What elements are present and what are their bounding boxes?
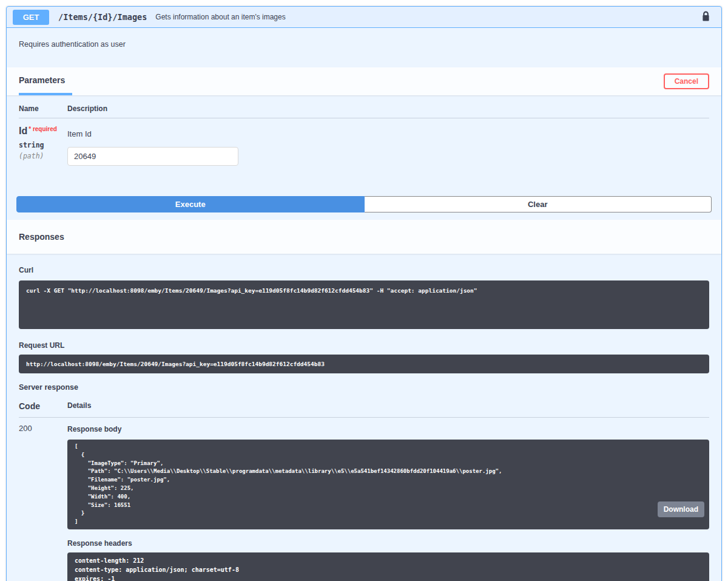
required-flag: * required [29, 126, 57, 132]
parameters-table: Name Description Id* required string (pa… [7, 95, 721, 196]
response-headers-text: content-length: 212 content-type: applic… [75, 556, 702, 581]
response-body-label: Response body [67, 425, 709, 433]
description-column-header: Description [67, 104, 709, 113]
http-method-badge[interactable]: GET [13, 10, 49, 25]
endpoint-description: Gets information about an item's images [155, 13, 285, 21]
operation-block-get-item-images: GET /Items/{Id}/Images Gets information … [6, 6, 722, 581]
responses-content: Curl curl -X GET "http://localhost:8098/… [7, 254, 721, 581]
parameter-location: (path) [19, 152, 67, 160]
response-headers-block: content-length: 212 content-type: applic… [67, 552, 709, 581]
details-column-header: Details [67, 401, 709, 411]
request-url-block: http://localhost:8098/emby/Items/20649/I… [19, 355, 709, 373]
responses-section-header: Responses [7, 220, 721, 254]
auth-note: Requires authentication as user [7, 28, 721, 67]
curl-command-text: curl -X GET "http://localhost:8098/emby/… [26, 287, 702, 294]
clear-button[interactable]: Clear [365, 196, 712, 212]
download-button[interactable]: Download [658, 501, 704, 517]
parameter-row-id: Id* required string (path) Item Id [19, 118, 709, 166]
response-headers-label: Response headers [67, 539, 709, 548]
execute-button-row: Execute Clear [7, 196, 721, 220]
endpoint-path: /Items/{Id}/Images [58, 12, 147, 22]
name-column-header: Name [19, 104, 67, 113]
parameter-name: Id* required [19, 126, 67, 137]
lock-icon [701, 10, 710, 24]
server-response-label: Server response [19, 383, 709, 392]
parameter-type: string [19, 141, 67, 149]
request-url-label: Request URL [19, 341, 709, 350]
parameter-description: Item Id [67, 129, 709, 138]
parameters-table-header: Name Description [19, 104, 709, 118]
curl-label: Curl [19, 266, 709, 274]
execute-button[interactable]: Execute [16, 196, 365, 212]
operation-summary[interactable]: GET /Items/{Id}/Images Gets information … [7, 7, 721, 28]
cancel-button[interactable]: Cancel [664, 73, 709, 89]
server-response-table-header: Code Details [19, 401, 709, 418]
auth-lock-button[interactable] [701, 10, 710, 24]
server-response-row: 200 Response body [ { "ImageType": "Prim… [19, 418, 709, 581]
request-url-text: http://localhost:8098/emby/Items/20649/I… [26, 360, 702, 368]
responses-title: Responses [19, 232, 64, 242]
curl-command-block[interactable]: curl -X GET "http://localhost:8098/emby/… [19, 280, 709, 329]
parameter-id-input[interactable] [67, 147, 238, 166]
status-code: 200 [19, 424, 67, 581]
tab-parameters[interactable]: Parameters [19, 67, 72, 95]
parameters-section-header: Parameters Cancel [7, 67, 721, 95]
response-body-json: [ { "ImageType": "Primary", "Path": "C:\… [75, 443, 702, 526]
code-column-header: Code [19, 401, 67, 411]
response-body-block: [ { "ImageType": "Primary", "Path": "C:\… [67, 440, 709, 529]
